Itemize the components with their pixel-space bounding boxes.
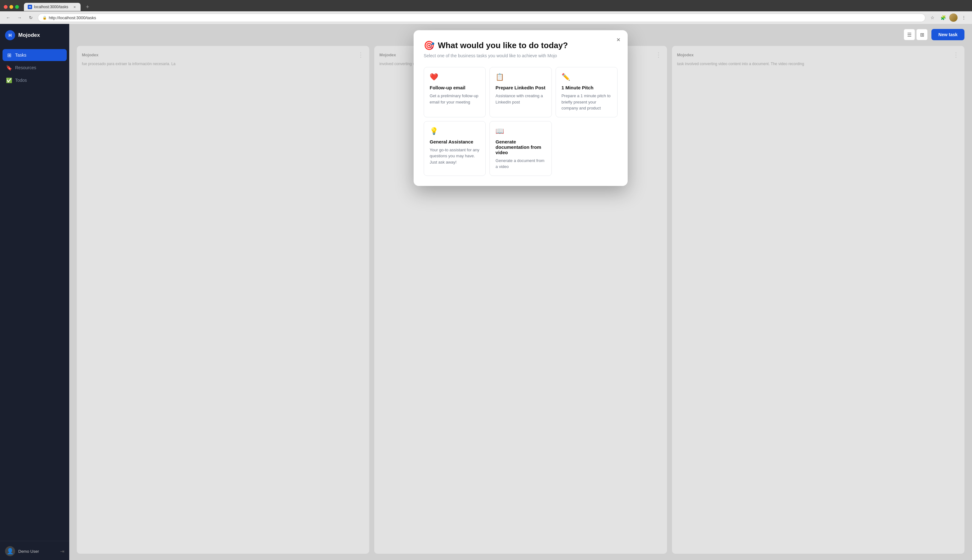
- forward-btn[interactable]: →: [15, 13, 24, 22]
- main-content: ☰ ⊞ New task Mojodex ⋮ fue procesado par…: [69, 24, 972, 560]
- sidebar-label-tasks: Tasks: [15, 53, 27, 58]
- todos-icon: ✅: [6, 77, 12, 83]
- active-tab[interactable]: H localhost:3000/tasks ✕: [24, 3, 80, 11]
- modal-overlay: ✕ 🎯 What would you like to do today? Sel…: [69, 24, 972, 560]
- close-window-btn[interactable]: [4, 5, 8, 9]
- sidebar-item-todos[interactable]: ✅ Todos: [3, 74, 67, 86]
- general-icon: 💡: [430, 127, 480, 135]
- pitch-desc: Prepare a 1 minute pitch to briefly pres…: [561, 93, 611, 112]
- task-card-followup[interactable]: ❤️ Follow-up email Get a preliminary fol…: [424, 67, 486, 117]
- documentation-desc: Generate a document from a video: [496, 158, 546, 170]
- sidebar-label-todos: Todos: [15, 78, 27, 83]
- general-title: General Assistance: [430, 139, 480, 144]
- menu-btn[interactable]: ⋮: [959, 13, 968, 22]
- lock-icon: 🔒: [42, 16, 47, 20]
- linkedin-title: Prepare LinkedIn Post: [496, 85, 546, 90]
- followup-icon: ❤️: [430, 73, 480, 81]
- tab-bar: H localhost:3000/tasks ✕ +: [0, 0, 972, 11]
- pitch-title: 1 Minute Pitch: [561, 85, 611, 90]
- address-bar[interactable]: 🔒 http://localhost:3000/tasks: [38, 13, 925, 22]
- sidebar-header: H Mojodex: [0, 24, 69, 47]
- minimize-window-btn[interactable]: [10, 5, 13, 9]
- logout-btn[interactable]: ⇥: [60, 548, 64, 554]
- sidebar-logo: H: [5, 30, 15, 40]
- url-text: http://localhost:3000/tasks: [49, 15, 96, 20]
- task-selection-modal: ✕ 🎯 What would you like to do today? Sel…: [414, 30, 628, 186]
- modal-title-row: 🎯 What would you like to do today?: [424, 40, 618, 51]
- traffic-lights: [4, 5, 19, 9]
- modal-subtitle: Select one of the business tasks you wou…: [424, 53, 618, 58]
- tab-favicon: H: [28, 5, 32, 9]
- bookmark-btn[interactable]: ☆: [928, 13, 937, 22]
- followup-title: Follow-up email: [430, 85, 480, 90]
- profile-avatar[interactable]: [949, 13, 957, 22]
- browser-chrome: H localhost:3000/tasks ✕ + ← → ↻ 🔒 http:…: [0, 0, 972, 24]
- documentation-icon: 📖: [496, 127, 546, 135]
- linkedin-icon: 📋: [496, 73, 546, 81]
- followup-desc: Get a preliminary follow-up email for yo…: [430, 93, 480, 105]
- resources-icon: 🔖: [6, 65, 12, 70]
- tab-label: localhost:3000/tasks: [34, 5, 68, 9]
- user-avatar: 👤: [5, 546, 15, 556]
- app-container: H Mojodex ⊞ Tasks 🔖 Resources ✅ Todos 👤 …: [0, 24, 972, 560]
- sidebar-label-resources: Resources: [15, 65, 36, 70]
- task-grid: ❤️ Follow-up email Get a preliminary fol…: [424, 67, 618, 176]
- sidebar-item-tasks[interactable]: ⊞ Tasks: [3, 49, 67, 61]
- extensions-btn[interactable]: 🧩: [939, 13, 947, 22]
- task-card-general[interactable]: 💡 General Assistance Your go-to assistan…: [424, 121, 486, 176]
- documentation-title: Generate documentation from video: [496, 139, 546, 155]
- pitch-icon: ✏️: [561, 73, 611, 81]
- task-card-documentation[interactable]: 📖 Generate documentation from video Gene…: [489, 121, 551, 176]
- modal-close-btn[interactable]: ✕: [614, 35, 623, 44]
- maximize-window-btn[interactable]: [15, 5, 19, 9]
- sidebar-item-resources[interactable]: 🔖 Resources: [3, 62, 67, 73]
- modal-body: 🎯 What would you like to do today? Selec…: [414, 30, 628, 186]
- sidebar: H Mojodex ⊞ Tasks 🔖 Resources ✅ Todos 👤 …: [0, 24, 69, 560]
- reload-btn[interactable]: ↻: [27, 13, 35, 22]
- user-name: Demo User: [18, 549, 57, 554]
- sidebar-nav: ⊞ Tasks 🔖 Resources ✅ Todos: [0, 47, 69, 541]
- sidebar-footer: 👤 Demo User ⇥: [0, 541, 69, 560]
- task-card-linkedin[interactable]: 📋 Prepare LinkedIn Post Assistance with …: [489, 67, 551, 117]
- general-desc: Your go-to assistant for any questions y…: [430, 147, 480, 165]
- back-btn[interactable]: ←: [4, 13, 13, 22]
- tab-close-btn[interactable]: ✕: [72, 5, 77, 9]
- task-card-pitch[interactable]: ✏️ 1 Minute Pitch Prepare a 1 minute pit…: [556, 67, 618, 117]
- sidebar-brand-name: Mojodex: [18, 32, 40, 38]
- new-tab-btn[interactable]: +: [83, 3, 92, 11]
- modal-emoji: 🎯: [424, 40, 435, 51]
- linkedin-desc: Assistance with creating a LinkedIn post: [496, 93, 546, 105]
- modal-title: What would you like to do today?: [438, 41, 568, 50]
- tasks-icon: ⊞: [6, 52, 12, 58]
- browser-toolbar: ← → ↻ 🔒 http://localhost:3000/tasks ☆ 🧩 …: [0, 11, 972, 24]
- toolbar-actions: ☆ 🧩 ⋮: [928, 13, 968, 22]
